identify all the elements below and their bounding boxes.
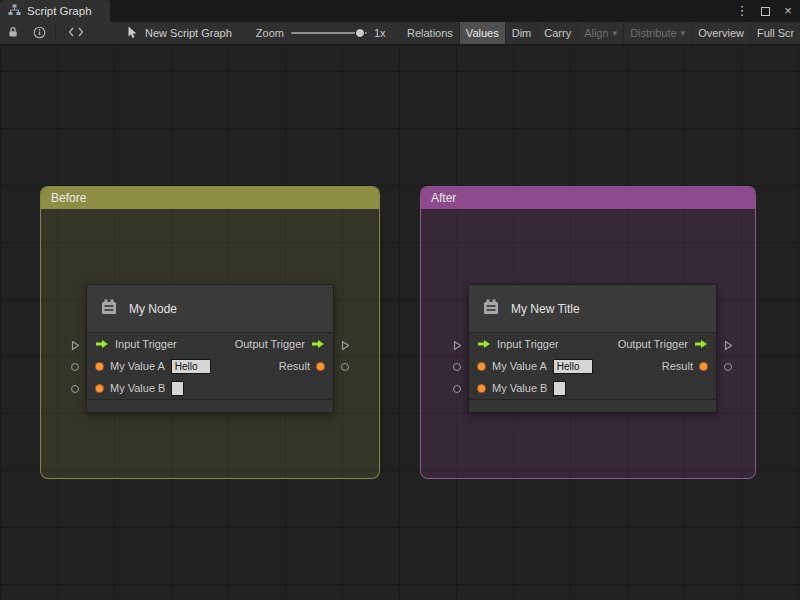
zoom-label: Zoom	[256, 27, 284, 39]
zoom-slider-knob[interactable]	[355, 28, 365, 38]
value-b-port-dot[interactable]	[95, 384, 104, 393]
tab-script-graph[interactable]: Script Graph	[0, 0, 110, 22]
node-body: Input Trigger Output Trigger My Value A	[469, 333, 716, 399]
group-title: After	[431, 191, 456, 205]
result-label: Result	[279, 360, 310, 372]
ext-trigger-port[interactable]	[450, 334, 464, 356]
output-trigger-arrow-icon[interactable]	[311, 339, 325, 349]
external-output-ports	[721, 334, 735, 378]
toolbar-toggle-group: Relations Values Dim Carry Align ▾ Distr…	[401, 22, 800, 45]
graph-toolbar: New Script Graph Zoom 1x Relations Value…	[0, 22, 800, 45]
value-a-label: My Value A	[492, 360, 547, 372]
value-a-row: My Value A Result	[87, 355, 333, 377]
value-a-input[interactable]	[171, 359, 211, 374]
graph-icon	[8, 4, 21, 18]
lock-icon	[7, 26, 19, 40]
output-trigger-arrow-icon[interactable]	[694, 339, 708, 349]
group-after[interactable]: After My New Title	[420, 186, 756, 479]
dropdown-arrow-icon: ▾	[681, 28, 686, 38]
relations-button[interactable]: Relations	[401, 22, 460, 44]
ext-value-port[interactable]	[721, 356, 735, 378]
distribute-dropdown: Distribute ▾	[624, 22, 692, 44]
node-header[interactable]: My New Title	[469, 285, 716, 333]
value-a-port-dot[interactable]	[477, 362, 486, 371]
value-b-label: My Value B	[110, 382, 165, 394]
graph-canvas[interactable]: Before My Node	[0, 46, 800, 600]
ext-value-port[interactable]	[450, 378, 464, 400]
node-my-node[interactable]: My Node Input Trigger Output Trigger	[86, 284, 334, 413]
group-title: Before	[51, 191, 86, 205]
value-a-label: My Value A	[110, 360, 165, 372]
input-trigger-arrow-icon[interactable]	[95, 339, 109, 349]
ext-trigger-port[interactable]	[338, 334, 352, 356]
node-title: My Node	[129, 302, 177, 316]
group-before-header[interactable]: Before	[41, 187, 379, 209]
value-b-label: My Value B	[492, 382, 547, 394]
external-output-ports	[338, 334, 352, 378]
cursor-icon	[127, 26, 138, 41]
ext-trigger-port[interactable]	[721, 334, 735, 356]
zoom-control: Zoom 1x	[256, 27, 386, 39]
overview-button[interactable]: Overview	[692, 22, 751, 44]
unity-script-graph-window: { "window": { "tab_label": "Script Graph…	[0, 0, 800, 600]
ext-value-port[interactable]	[450, 356, 464, 378]
maximize-icon[interactable]	[759, 3, 771, 19]
tab-strip: Script Graph ⋮ ×	[0, 0, 800, 22]
value-a-port-dot[interactable]	[95, 362, 104, 371]
input-trigger-label: Input Trigger	[497, 338, 559, 350]
align-dropdown: Align ▾	[578, 22, 624, 44]
dropdown-arrow-icon: ▾	[613, 28, 618, 38]
group-after-header[interactable]: After	[421, 187, 755, 209]
output-trigger-label: Output Trigger	[235, 338, 305, 350]
carry-button[interactable]: Carry	[538, 22, 578, 44]
result-label: Result	[662, 360, 693, 372]
info-icon	[33, 26, 46, 41]
value-a-input[interactable]	[553, 359, 593, 374]
external-input-ports	[68, 334, 82, 400]
toolbar-separator	[55, 26, 56, 40]
graph-name-label: New Script Graph	[145, 27, 232, 39]
trigger-row: Input Trigger Output Trigger	[87, 333, 333, 355]
menu-icon[interactable]: ⋮	[736, 3, 748, 19]
zoom-value: 1x	[374, 27, 386, 39]
unit-icon	[99, 297, 119, 320]
values-button[interactable]: Values	[460, 22, 506, 44]
value-a-row: My Value A Result	[469, 355, 716, 377]
value-b-row: My Value B	[87, 377, 333, 399]
edit-source-button[interactable]	[59, 22, 93, 44]
trigger-row: Input Trigger Output Trigger	[469, 333, 716, 355]
ext-trigger-port[interactable]	[68, 334, 82, 356]
input-trigger-label: Input Trigger	[115, 338, 177, 350]
external-input-ports	[450, 334, 464, 400]
node-header[interactable]: My Node	[87, 285, 333, 333]
ext-value-port[interactable]	[338, 356, 352, 378]
node-footer	[87, 399, 333, 412]
node-title: My New Title	[511, 302, 580, 316]
input-trigger-arrow-icon[interactable]	[477, 339, 491, 349]
result-port-dot[interactable]	[699, 362, 708, 371]
node-footer	[469, 399, 716, 412]
node-body: Input Trigger Output Trigger My Value A	[87, 333, 333, 399]
value-b-row: My Value B	[469, 377, 716, 399]
lock-button[interactable]	[0, 22, 26, 44]
window-controls: ⋮ ×	[736, 0, 794, 22]
inspect-button[interactable]	[26, 22, 52, 44]
unit-icon	[481, 297, 501, 320]
node-my-new-title[interactable]: My New Title Input Trigger Output Trigge…	[468, 284, 717, 413]
group-before[interactable]: Before My Node	[40, 186, 380, 479]
fullscreen-button[interactable]: Full Scr	[751, 22, 800, 44]
ext-value-port[interactable]	[68, 378, 82, 400]
value-b-input[interactable]	[171, 381, 184, 396]
tab-label: Script Graph	[27, 5, 92, 17]
graph-breadcrumb[interactable]: New Script Graph	[127, 26, 232, 41]
close-icon[interactable]: ×	[782, 3, 794, 19]
zoom-slider[interactable]	[291, 27, 367, 39]
ext-value-port[interactable]	[68, 356, 82, 378]
dim-button[interactable]: Dim	[506, 22, 539, 44]
code-icon	[68, 27, 84, 39]
value-b-port-dot[interactable]	[477, 384, 486, 393]
value-b-input[interactable]	[553, 381, 566, 396]
result-port-dot[interactable]	[316, 362, 325, 371]
output-trigger-label: Output Trigger	[618, 338, 688, 350]
